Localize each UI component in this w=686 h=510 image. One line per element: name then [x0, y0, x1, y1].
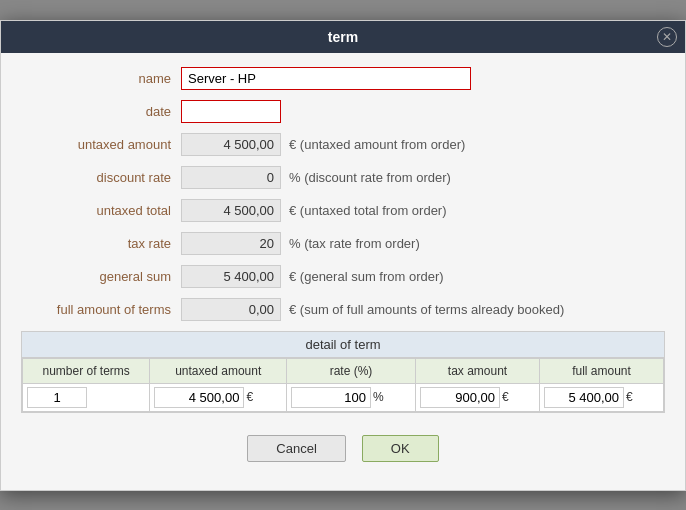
cell-untaxed-amount: € — [150, 383, 287, 411]
dialog-title: term — [328, 29, 358, 45]
date-label: date — [21, 104, 181, 119]
untaxed-amount-row: untaxed amount € (untaxed amount from or… — [21, 133, 665, 156]
dialog-header: term ✕ — [1, 21, 685, 53]
untaxed-total-label: untaxed total — [21, 203, 181, 218]
cell-number-of-terms — [23, 383, 150, 411]
tax-rate-hint: % (tax rate from order) — [289, 236, 420, 251]
col-number-of-terms: number of terms — [23, 358, 150, 383]
general-sum-label: general sum — [21, 269, 181, 284]
full-amount-input — [181, 298, 281, 321]
rate-unit: % — [371, 390, 384, 404]
input-tax-amount[interactable] — [420, 387, 500, 408]
input-full-amount[interactable] — [544, 387, 624, 408]
term-dialog: term ✕ name date untaxed amount € (untax… — [0, 20, 686, 491]
button-row: Cancel OK — [21, 427, 665, 476]
dialog-body: name date untaxed amount € (untaxed amou… — [1, 53, 685, 490]
cell-tax-amount: € — [416, 383, 540, 411]
cancel-button[interactable]: Cancel — [247, 435, 345, 462]
discount-rate-row: discount rate % (discount rate from orde… — [21, 166, 665, 189]
close-button[interactable]: ✕ — [657, 27, 677, 47]
date-input[interactable] — [181, 100, 281, 123]
full-amount-label: full amount of terms — [21, 302, 181, 317]
table-section-title: detail of term — [22, 332, 664, 358]
untaxed-amount-unit: € — [244, 390, 253, 404]
input-untaxed-amount[interactable] — [154, 387, 244, 408]
untaxed-amount-input — [181, 133, 281, 156]
name-label: name — [21, 71, 181, 86]
cell-rate: % — [287, 383, 416, 411]
col-full-amount: full amount — [540, 358, 664, 383]
tax-rate-label: tax rate — [21, 236, 181, 251]
cell-full-amount: € — [540, 383, 664, 411]
tax-amount-unit: € — [500, 390, 509, 404]
name-row: name — [21, 67, 665, 90]
col-tax-amount: tax amount — [416, 358, 540, 383]
untaxed-amount-label: untaxed amount — [21, 137, 181, 152]
untaxed-total-hint: € (untaxed total from order) — [289, 203, 447, 218]
date-row: date — [21, 100, 665, 123]
full-amount-row: full amount of terms € (sum of full amou… — [21, 298, 665, 321]
untaxed-total-input — [181, 199, 281, 222]
input-number-of-terms[interactable] — [27, 387, 87, 408]
discount-rate-hint: % (discount rate from order) — [289, 170, 451, 185]
full-amount-unit: € — [624, 390, 633, 404]
detail-table-section: detail of term number of terms untaxed a… — [21, 331, 665, 413]
detail-table: number of terms untaxed amount rate (%) … — [22, 358, 664, 412]
untaxed-amount-hint: € (untaxed amount from order) — [289, 137, 465, 152]
col-rate: rate (%) — [287, 358, 416, 383]
general-sum-hint: € (general sum from order) — [289, 269, 444, 284]
name-input[interactable] — [181, 67, 471, 90]
untaxed-total-row: untaxed total € (untaxed total from orde… — [21, 199, 665, 222]
input-rate[interactable] — [291, 387, 371, 408]
full-amount-hint: € (sum of full amounts of terms already … — [289, 302, 564, 317]
table-row: € % € — [23, 383, 664, 411]
general-sum-row: general sum € (general sum from order) — [21, 265, 665, 288]
col-untaxed-amount: untaxed amount — [150, 358, 287, 383]
tax-rate-row: tax rate % (tax rate from order) — [21, 232, 665, 255]
ok-button[interactable]: OK — [362, 435, 439, 462]
discount-rate-input — [181, 166, 281, 189]
discount-rate-label: discount rate — [21, 170, 181, 185]
tax-rate-input — [181, 232, 281, 255]
general-sum-input — [181, 265, 281, 288]
